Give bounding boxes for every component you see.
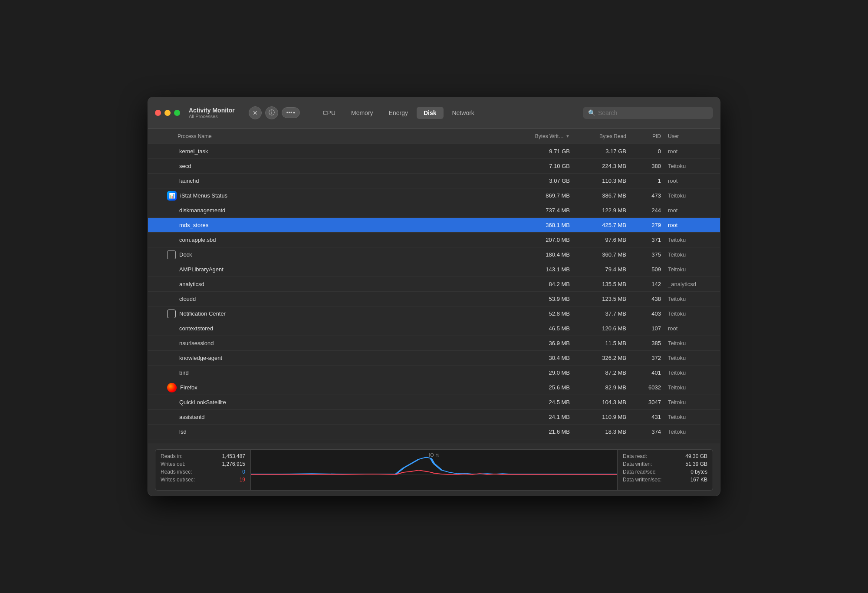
table-body[interactable]: kernel_task 9.71 GB 3.17 GB 0 root secd …: [148, 144, 720, 444]
cell-bytes-written: 368.1 MB: [508, 222, 573, 228]
cell-user: Teitoku: [664, 384, 717, 391]
table-row[interactable]: AMPLibraryAgent 143.1 MB 79.4 MB 509 Tei…: [148, 262, 720, 277]
table-row[interactable]: knowledge-agent 30.4 MB 326.2 MB 372 Tei…: [148, 351, 720, 366]
data-read-sec-label: Data read/sec:: [623, 469, 657, 475]
titlebar: Activity Monitor All Processes ✕ ⓘ ••• ▾…: [148, 97, 720, 128]
table-row[interactable]: cloudd 53.9 MB 123.5 MB 438 Teitoku: [148, 292, 720, 306]
maximize-button[interactable]: [174, 110, 180, 116]
cell-pid: 374: [630, 428, 664, 435]
process-name: lsd: [179, 428, 187, 435]
cell-process: QuickLookSatellite: [151, 398, 508, 407]
close-button[interactable]: [155, 110, 161, 116]
col-header-bytes-read[interactable]: Bytes Read: [573, 133, 630, 139]
chart-area: IO ⇅: [250, 449, 618, 491]
cell-bytes-read: 18.3 MB: [573, 428, 630, 435]
data-read-sec-value: 0 bytes: [690, 469, 707, 475]
process-icon: [167, 398, 176, 407]
process-name: contextstored: [179, 325, 213, 332]
tab-disk[interactable]: Disk: [417, 107, 444, 119]
cell-pid: 372: [630, 355, 664, 361]
search-input[interactable]: [598, 109, 708, 116]
info-icon: ⓘ: [269, 109, 275, 117]
table-row[interactable]: diskmanagementd 737.4 MB 122.9 MB 244 ro…: [148, 203, 720, 218]
data-read-row: Data read: 49.30 GB: [623, 453, 707, 459]
table-row[interactable]: Firefox 25.6 MB 82.9 MB 6032 Teitoku: [148, 380, 720, 395]
table-row[interactable]: QuickLookSatellite 24.5 MB 104.3 MB 3047…: [148, 395, 720, 410]
process-name: Dock: [179, 251, 192, 258]
cell-bytes-read: 79.4 MB: [573, 266, 630, 273]
tab-cpu[interactable]: CPU: [316, 107, 342, 119]
app-title-area: Activity Monitor All Processes: [189, 107, 235, 119]
cell-pid: 431: [630, 414, 664, 420]
cell-user: Teitoku: [664, 310, 717, 317]
cell-process: nsurlsessiond: [151, 339, 508, 348]
table-row[interactable]: nsurlsessiond 36.9 MB 11.5 MB 385 Teitok…: [148, 336, 720, 351]
chevron-down-icon: ▾: [293, 110, 295, 115]
cell-pid: 438: [630, 296, 664, 302]
minimize-button[interactable]: [164, 110, 171, 116]
cell-bytes-read: 425.7 MB: [573, 222, 630, 228]
process-name: Notification Center: [179, 310, 226, 317]
table-row[interactable]: com.apple.sbd 207.0 MB 97.6 MB 371 Teito…: [148, 233, 720, 247]
process-icon: [167, 354, 176, 362]
chart-sort-icon: ⇅: [436, 453, 439, 458]
cell-pid: 509: [630, 266, 664, 273]
table-row[interactable]: bird 29.0 MB 87.2 MB 401 Teitoku: [148, 366, 720, 380]
table-row[interactable]: Dock 180.4 MB 360.7 MB 375 Teitoku: [148, 247, 720, 262]
sort-arrow-down: ▼: [566, 134, 570, 138]
cell-bytes-read: 104.3 MB: [573, 399, 630, 405]
table-row[interactable]: launchd 3.07 GB 110.3 MB 1 root: [148, 174, 720, 188]
table-row[interactable]: secd 7.10 GB 224.3 MB 380 Teitoku: [148, 159, 720, 174]
col-header-pid[interactable]: PID: [630, 133, 664, 139]
reads-in-sec-row: Reads in/sec: 0: [161, 469, 245, 475]
process-name: iStat Menus Status: [180, 192, 227, 199]
cell-bytes-written: 24.5 MB: [508, 399, 573, 405]
cell-bytes-written: 29.0 MB: [508, 369, 573, 376]
data-read-sec-row: Data read/sec: 0 bytes: [623, 469, 707, 475]
more-button[interactable]: ••• ▾: [282, 107, 300, 118]
close-process-icon: ✕: [253, 109, 258, 116]
table-row[interactable]: 📊 iStat Menus Status 869.7 MB 386.7 MB 4…: [148, 188, 720, 203]
cell-bytes-written: 9.71 GB: [508, 148, 573, 155]
cell-user: root: [664, 207, 717, 214]
table-row[interactable]: analyticsd 84.2 MB 135.5 MB 142 _analyti…: [148, 277, 720, 292]
col-header-process[interactable]: Process Name: [151, 133, 508, 139]
close-process-button[interactable]: ✕: [249, 106, 262, 119]
process-icon: [167, 147, 176, 156]
table-row[interactable]: mds_stores 368.1 MB 425.7 MB 279 root: [148, 218, 720, 233]
cell-process: Notification Center: [151, 310, 508, 318]
cell-bytes-written: 52.8 MB: [508, 310, 573, 317]
more-icon: •••: [286, 109, 293, 116]
tab-memory[interactable]: Memory: [344, 107, 380, 119]
bottom-panel: Reads in: 1,453,487 Writes out: 1,276,91…: [148, 444, 720, 496]
process-name: kernel_task: [179, 148, 208, 155]
data-written-row: Data written: 51.39 GB: [623, 461, 707, 467]
cell-process: analyticsd: [151, 280, 508, 289]
cell-user: Teitoku: [664, 414, 717, 420]
table-row[interactable]: assistantd 24.1 MB 110.9 MB 431 Teitoku: [148, 410, 720, 425]
info-button[interactable]: ⓘ: [265, 106, 278, 119]
cell-user: root: [664, 222, 717, 228]
search-bar[interactable]: 🔍: [583, 107, 713, 119]
table-row[interactable]: contextstored 46.5 MB 120.6 MB 107 root: [148, 321, 720, 336]
cell-process: Dock: [151, 250, 508, 259]
process-icon: [167, 295, 176, 303]
data-read-label: Data read:: [623, 453, 647, 459]
table-row[interactable]: mobileassetd 21.2 MB 76.2 MB 209 root: [148, 439, 720, 444]
process-icon: [167, 339, 176, 348]
table-row[interactable]: Notification Center 52.8 MB 37.7 MB 403 …: [148, 306, 720, 321]
cell-process: knowledge-agent: [151, 354, 508, 362]
cell-bytes-written: 180.4 MB: [508, 251, 573, 258]
tab-energy[interactable]: Energy: [382, 107, 415, 119]
cell-user: Teitoku: [664, 266, 717, 273]
tab-network[interactable]: Network: [445, 107, 481, 119]
table-row[interactable]: lsd 21.6 MB 18.3 MB 374 Teitoku: [148, 425, 720, 439]
col-header-user[interactable]: User: [664, 133, 717, 139]
process-icon: [167, 177, 176, 185]
process-name: Firefox: [180, 384, 197, 391]
data-written-sec-label: Data written/sec:: [623, 477, 661, 483]
table-row[interactable]: kernel_task 9.71 GB 3.17 GB 0 root: [148, 144, 720, 159]
writes-out-label: Writes out:: [161, 461, 185, 467]
col-header-bytes-written[interactable]: Bytes Writ… ▼: [508, 133, 573, 139]
notif-icon: [167, 310, 176, 318]
